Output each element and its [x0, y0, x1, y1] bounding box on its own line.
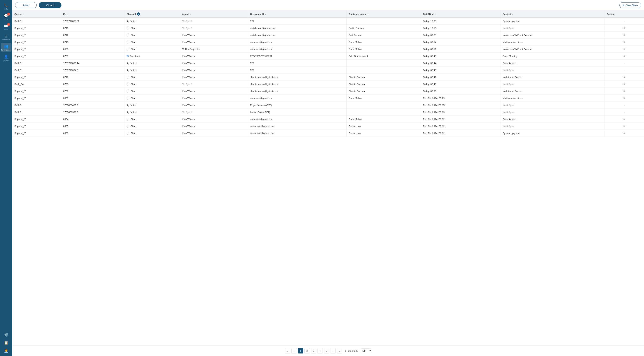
page-1-btn[interactable]: 1 — [298, 348, 303, 354]
tab-closed[interactable]: Closed — [39, 2, 62, 8]
table-row: Support_IT 6608 💬 Chat Malika Carpenter … — [12, 46, 644, 53]
view-icon[interactable]: 👁 — [623, 131, 626, 135]
view-icon[interactable]: 👁 — [623, 124, 626, 128]
page-prev-btn[interactable]: ‹ — [292, 348, 297, 354]
cell-id: 6710 — [61, 74, 124, 81]
navigate-icon[interactable]: › — [624, 110, 624, 114]
navigate-icon[interactable]: › — [624, 61, 624, 65]
cell-subject: No Subject — [500, 109, 604, 116]
cell-customer-id: drew.melt@gmail.com — [248, 116, 346, 123]
table-row: SwiftPro 1709711004.8 📞 Voice Kian Water… — [12, 67, 644, 74]
cell-queue: Support_IT — [12, 74, 61, 81]
page-4-btn[interactable]: 4 — [317, 348, 323, 354]
view-icon[interactable]: 👁 — [623, 54, 626, 58]
id-filter-icon[interactable]: ▾ — [67, 13, 68, 15]
page-last-btn[interactable]: » — [337, 348, 342, 354]
table-row: Support_IT 6708 💬 Chat Kian Waters shani… — [12, 88, 644, 95]
cell-actions: 👁 — [604, 123, 644, 130]
sidebar-item-conversations[interactable]: 👥 Conversations — [1, 43, 12, 52]
view-icon[interactable]: 👁 — [623, 40, 626, 44]
channel-type-icon: 💬 — [126, 125, 130, 127]
page-size-select[interactable]: 10 20 50 100 — [361, 349, 372, 353]
view-icon[interactable]: 👁 — [623, 82, 626, 86]
view-icon[interactable]: 👁 — [623, 117, 626, 121]
cell-actions: › — [604, 109, 644, 116]
channel-type-icon: 💬 — [126, 118, 130, 120]
cell-channel: 📞 Voice — [124, 67, 180, 74]
channel-label: Chat — [130, 34, 135, 36]
profile-icon: 🧑‍💼 — [4, 349, 8, 353]
page-3-btn[interactable]: 3 — [311, 348, 316, 354]
sidebar-item-contacts[interactable]: 👤 Contacts — [1, 53, 12, 62]
customer-id-filter-icon[interactable]: ▾ — [265, 13, 266, 15]
page-first-btn[interactable]: « — [285, 348, 290, 354]
channel-label: Chat — [130, 76, 135, 78]
view-icon[interactable]: 👁 — [623, 33, 626, 37]
cell-actions: 👁 — [604, 88, 644, 95]
sidebar-item-profile[interactable]: 🧑‍💼 — [1, 347, 12, 354]
tab-active[interactable]: Active — [15, 2, 37, 8]
cell-subject: Security alert — [500, 60, 604, 67]
cell-subject: Good Morning — [500, 53, 604, 60]
navigate-icon[interactable]: › — [624, 103, 624, 107]
cell-actions: 👁 — [604, 46, 644, 53]
sidebar-label-dashboard: Dashboard — [2, 39, 10, 40]
customer-name-filter-icon[interactable]: ▾ — [368, 13, 368, 15]
cell-customer-id: 67747605259910251 — [248, 53, 346, 60]
clear-filters-button[interactable]: ⊘ Clear Filters — [620, 2, 641, 8]
page-next-btn[interactable]: › — [330, 348, 336, 354]
cell-subject: No Access To Email Account — [500, 46, 604, 53]
channel-label: Chat — [130, 125, 135, 127]
email-badge: 1 — [7, 23, 10, 26]
cell-actions: 👁 — [604, 39, 644, 46]
cell-channel: 💬 Chat — [124, 116, 180, 123]
sidebar-item-calls[interactable]: 📞 Calls — [1, 2, 12, 11]
cell-id: 6604 — [61, 116, 124, 123]
cell-id: 6607 — [61, 95, 124, 102]
channel-type-icon: 💬 — [126, 132, 130, 135]
cell-datetime: Feb 9th, 2024, 09:12 — [421, 130, 500, 137]
cell-subject: System upgrade — [500, 130, 604, 137]
sidebar-item-chats[interactable]: 16 💬 Chats — [1, 12, 12, 21]
cell-customer-id: Roger Jackson (570) — [248, 102, 346, 109]
cell-id: 1707466399.8 — [61, 109, 124, 116]
cell-queue: SwiftPro — [12, 17, 61, 24]
filter-icon: ⊘ — [622, 4, 624, 7]
cell-channel: 📞 Voice — [124, 102, 180, 109]
conversations-icon: 👥 — [4, 44, 8, 48]
queue-filter-icon[interactable]: ▾ — [23, 13, 24, 15]
sidebar-item-dashboard[interactable]: ⊞ Dashboard — [1, 32, 12, 42]
view-icon[interactable]: 👁 — [623, 47, 626, 51]
cell-channel: 💬 Chat — [124, 130, 180, 137]
cell-actions: › — [604, 60, 644, 67]
view-icon[interactable]: 👁 — [623, 89, 626, 93]
view-icon[interactable]: 👁 — [623, 26, 626, 30]
sidebar-label-chats: Chats — [4, 18, 8, 20]
datetime-filter-icon[interactable]: ▾ — [435, 13, 436, 15]
channel-label: Chat — [130, 83, 135, 85]
agent-filter-icon[interactable]: ▾ — [190, 13, 191, 15]
cell-agent: Kian Waters — [180, 88, 248, 95]
sidebar-item-settings[interactable]: ⚙️ — [1, 331, 12, 339]
page-5-btn[interactable]: 5 — [324, 348, 329, 354]
cell-actions: 👁 — [604, 32, 644, 39]
view-icon[interactable]: 👁 — [623, 96, 626, 100]
navigate-icon[interactable]: › — [624, 68, 624, 72]
cell-actions: 👁 — [604, 81, 644, 88]
pagination: « ‹ 1 2 3 4 5 › » 1 - 20 of 288 10 20 50… — [12, 346, 644, 356]
cell-datetime: Feb 9th, 2024, 09:29 — [421, 95, 500, 102]
channel-filter-icon[interactable]: ▾ — [137, 12, 140, 16]
navigate-icon[interactable]: › — [624, 19, 624, 23]
cell-agent: Kian Waters — [180, 116, 248, 123]
cell-agent: Kian Waters — [180, 130, 248, 137]
cell-customer-id: shaniaduncan@g-test.com — [248, 88, 346, 95]
cell-agent: No Agent — [180, 81, 248, 88]
view-icon[interactable]: 👁 — [623, 75, 626, 79]
sidebar-item-reports[interactable]: 📋 — [1, 339, 12, 346]
subject-filter-icon[interactable]: ▾ — [512, 13, 513, 15]
sidebar-item-email[interactable]: 1 ✉️ Email — [1, 22, 12, 32]
cell-channel: 📞 Voice — [124, 60, 180, 67]
cell-subject: Multiple extensions — [500, 39, 604, 46]
page-2-btn[interactable]: 2 — [304, 348, 310, 354]
cell-id: 1707466485.9 — [61, 102, 124, 109]
